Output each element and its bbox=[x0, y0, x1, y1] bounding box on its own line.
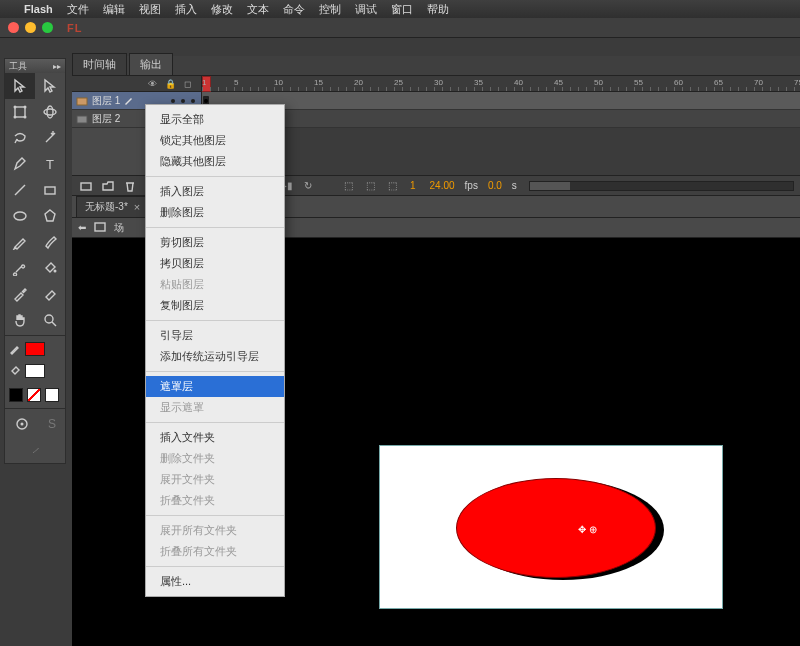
text-tool[interactable]: T bbox=[35, 151, 65, 177]
tools-panel-header[interactable]: 工具 ▸▸ bbox=[5, 59, 65, 73]
menu-file[interactable]: 文件 bbox=[67, 2, 89, 17]
menu-modify[interactable]: 修改 bbox=[211, 2, 233, 17]
menu-control[interactable]: 控制 bbox=[319, 2, 341, 17]
svg-rect-17 bbox=[77, 98, 87, 105]
context-menu-item[interactable]: 删除图层 bbox=[146, 202, 284, 223]
stroke-swatch[interactable] bbox=[25, 342, 45, 356]
ruler-mark: 5 bbox=[234, 78, 238, 87]
app-name[interactable]: Flash bbox=[24, 3, 53, 15]
context-menu-item[interactable]: 剪切图层 bbox=[146, 232, 284, 253]
visibility-icon[interactable]: 👁 bbox=[148, 79, 157, 89]
new-layer-button[interactable] bbox=[78, 179, 94, 193]
swap-colors[interactable] bbox=[45, 388, 59, 402]
context-menu-item: 展开所有文件夹 bbox=[146, 520, 284, 541]
svg-point-2 bbox=[24, 106, 27, 109]
window-close-button[interactable] bbox=[8, 22, 19, 33]
eraser-tool[interactable] bbox=[35, 281, 65, 307]
ellipse-shape[interactable] bbox=[456, 478, 656, 578]
outline-icon[interactable]: ◻ bbox=[184, 79, 191, 89]
layer-icon bbox=[76, 96, 88, 106]
menu-window[interactable]: 窗口 bbox=[391, 2, 413, 17]
snap-to-object-icon[interactable] bbox=[14, 416, 30, 432]
frames-row-2[interactable] bbox=[202, 110, 800, 128]
context-menu-item: 粘贴图层 bbox=[146, 274, 284, 295]
context-menu-item[interactable]: 隐藏其他图层 bbox=[146, 151, 284, 172]
onion-skin-button[interactable]: ⬚ bbox=[340, 179, 356, 193]
delete-layer-button[interactable] bbox=[122, 179, 138, 193]
context-menu-item[interactable]: 复制图层 bbox=[146, 295, 284, 316]
context-menu-item[interactable]: 显示全部 bbox=[146, 109, 284, 130]
menu-help[interactable]: 帮助 bbox=[427, 2, 449, 17]
context-menu-item: 删除文件夹 bbox=[146, 448, 284, 469]
scrollbar-thumb[interactable] bbox=[530, 182, 570, 190]
free-transform-tool[interactable] bbox=[5, 99, 35, 125]
menu-insert[interactable]: 插入 bbox=[175, 2, 197, 17]
zoom-tool[interactable] bbox=[35, 307, 65, 333]
pen-tool[interactable] bbox=[5, 151, 35, 177]
stage[interactable]: ✥ ⊕ bbox=[380, 446, 722, 608]
current-frame[interactable]: 1 bbox=[406, 180, 420, 191]
context-menu-item[interactable]: 属性... bbox=[146, 571, 284, 592]
frames-area[interactable] bbox=[202, 92, 800, 128]
back-icon[interactable]: ⬅ bbox=[78, 222, 86, 233]
bone-tool[interactable] bbox=[5, 255, 35, 281]
fill-swatch[interactable] bbox=[25, 364, 45, 378]
tab-output[interactable]: 输出 bbox=[129, 53, 173, 75]
onion-outline-button[interactable]: ⬚ bbox=[362, 179, 378, 193]
ruler-mark: 1 bbox=[202, 78, 206, 87]
timeline-panel-tabs: 时间轴 输出 bbox=[72, 56, 800, 76]
svg-point-16 bbox=[20, 423, 23, 426]
fps-value[interactable]: 24.00 bbox=[426, 180, 459, 191]
window-minimize-button[interactable] bbox=[25, 22, 36, 33]
ruler-mark: 75 bbox=[794, 78, 800, 87]
menu-debug[interactable]: 调试 bbox=[355, 2, 377, 17]
layer-name: 图层 2 bbox=[92, 112, 120, 126]
new-folder-button[interactable] bbox=[100, 179, 116, 193]
smooth-option[interactable]: S bbox=[48, 417, 56, 431]
timeline-ruler[interactable]: 15101520253035404550556065707580 bbox=[202, 76, 800, 92]
context-menu-item[interactable]: 锁定其他图层 bbox=[146, 130, 284, 151]
scene-label[interactable]: 场 bbox=[114, 221, 124, 235]
stroke-color[interactable] bbox=[9, 340, 61, 358]
tab-timeline[interactable]: 时间轴 bbox=[72, 53, 127, 75]
3d-rotation-tool[interactable] bbox=[35, 99, 65, 125]
polystar-tool[interactable] bbox=[35, 203, 65, 229]
pencil-tool[interactable] bbox=[5, 229, 35, 255]
fill-color[interactable] bbox=[9, 362, 61, 380]
hand-tool[interactable] bbox=[5, 307, 35, 333]
document-tab[interactable]: 无标题-3* × bbox=[76, 196, 149, 218]
lasso-tool[interactable] bbox=[5, 125, 35, 151]
edit-multiple-button[interactable]: ⬚ bbox=[384, 179, 400, 193]
magic-wand-tool[interactable] bbox=[35, 125, 65, 151]
black-white-swap[interactable] bbox=[9, 388, 23, 402]
context-menu-item[interactable]: 引导层 bbox=[146, 325, 284, 346]
context-menu-item[interactable]: 添加传统运动引导层 bbox=[146, 346, 284, 367]
flash-window: FL 工具 ▸▸ T bbox=[0, 18, 800, 646]
context-menu-item[interactable]: 插入图层 bbox=[146, 181, 284, 202]
frames-row-1[interactable] bbox=[202, 92, 800, 110]
timeline-scrollbar[interactable] bbox=[529, 181, 794, 191]
panel-collapse-icon[interactable]: ▸▸ bbox=[53, 62, 61, 71]
close-tab-icon[interactable]: × bbox=[134, 201, 140, 213]
menu-commands[interactable]: 命令 bbox=[283, 2, 305, 17]
rectangle-tool[interactable] bbox=[35, 177, 65, 203]
svg-rect-19 bbox=[81, 183, 91, 190]
context-menu-item[interactable]: 遮罩层 bbox=[146, 376, 284, 397]
brush-tool[interactable] bbox=[35, 229, 65, 255]
menu-edit[interactable]: 编辑 bbox=[103, 2, 125, 17]
menu-text[interactable]: 文本 bbox=[247, 2, 269, 17]
no-color[interactable] bbox=[27, 388, 41, 402]
subselection-tool[interactable] bbox=[35, 73, 65, 99]
loop-button[interactable]: ↻ bbox=[300, 179, 316, 193]
lock-icon[interactable]: 🔒 bbox=[165, 79, 176, 89]
context-menu-item: 折叠文件夹 bbox=[146, 490, 284, 511]
context-menu-item[interactable]: 插入文件夹 bbox=[146, 427, 284, 448]
window-maximize-button[interactable] bbox=[42, 22, 53, 33]
oval-tool[interactable] bbox=[5, 203, 35, 229]
line-tool[interactable] bbox=[5, 177, 35, 203]
eyedropper-tool[interactable] bbox=[5, 281, 35, 307]
selection-tool[interactable] bbox=[5, 73, 35, 99]
paint-bucket-tool[interactable] bbox=[35, 255, 65, 281]
menu-view[interactable]: 视图 bbox=[139, 2, 161, 17]
context-menu-item[interactable]: 拷贝图层 bbox=[146, 253, 284, 274]
